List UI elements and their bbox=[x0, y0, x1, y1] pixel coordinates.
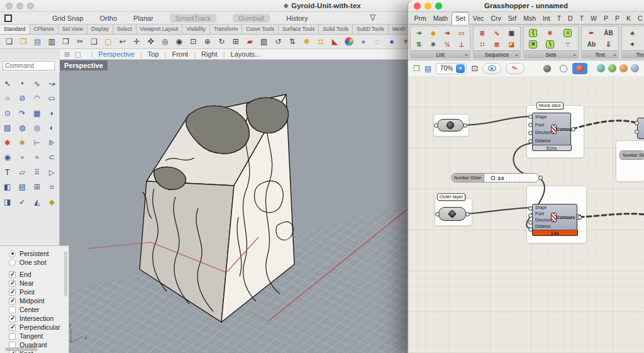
cut-icon[interactable]: ✂ bbox=[74, 36, 87, 48]
ribbon-icon[interactable]: ≣ bbox=[477, 28, 487, 38]
ribbon-icon[interactable]: ∵ bbox=[563, 40, 573, 49]
check-tool-icon[interactable]: ✓ bbox=[17, 196, 28, 207]
orbit-icon[interactable]: ↺ bbox=[272, 36, 286, 48]
point-tool-icon[interactable]: • bbox=[17, 78, 28, 89]
named-view-icon[interactable]: ▨ bbox=[257, 36, 271, 48]
box-tool-icon[interactable]: ▧ bbox=[2, 123, 13, 133]
toolbar-tab[interactable]: Solid Tools bbox=[319, 25, 353, 34]
color-wheel-icon[interactable] bbox=[345, 37, 353, 46]
zoom-control[interactable]: 70% bbox=[436, 63, 467, 74]
print-icon[interactable]: ▥ bbox=[45, 36, 59, 48]
toolbar-tab[interactable]: Select bbox=[113, 25, 136, 34]
gh-category-tab[interactable]: P bbox=[601, 13, 612, 24]
polygon-tool-icon[interactable]: ⊙ bbox=[2, 108, 13, 118]
shaded-sphere-icon[interactable]: ● bbox=[385, 36, 399, 48]
scale-tool-icon[interactable]: ▱ bbox=[17, 167, 28, 177]
render-sphere-icon[interactable]: ● bbox=[357, 36, 370, 48]
ribbon-icon[interactable]: ⊥ bbox=[457, 40, 467, 49]
osnap-checkbox-row[interactable]: Intersection bbox=[0, 314, 69, 323]
input-socket[interactable] bbox=[435, 212, 440, 216]
input-direction[interactable]: Direction bbox=[535, 218, 551, 222]
status-toggle[interactable]: History bbox=[286, 14, 308, 22]
input-socket[interactable] bbox=[528, 139, 533, 143]
gh-category-tab[interactable]: T bbox=[576, 13, 587, 24]
toolbar-tab[interactable]: Viewport Layout bbox=[136, 25, 183, 34]
toolbar-tab[interactable]: Visibility bbox=[182, 25, 210, 34]
osnap-horizontal-scrollbar[interactable] bbox=[5, 347, 38, 351]
gh-category-tab[interactable]: Msh bbox=[520, 13, 540, 24]
blend-tool-icon[interactable]: ∘ bbox=[17, 152, 28, 163]
surface-tool-icon[interactable]: ▦ bbox=[31, 108, 42, 118]
input-socket[interactable] bbox=[528, 227, 533, 232]
input-socket[interactable] bbox=[528, 123, 533, 127]
sketch-tool-button[interactable]: ✎ bbox=[506, 63, 525, 74]
ribbon-icon[interactable]: ✕ bbox=[529, 40, 537, 48]
new-file-icon[interactable]: ❏ bbox=[3, 36, 16, 48]
slider-track[interactable]: 3.0 bbox=[484, 174, 538, 182]
number-slider[interactable]: Number Slider bbox=[619, 150, 644, 160]
ribbon-icon[interactable]: ∿ bbox=[492, 28, 502, 38]
orient-tool-icon[interactable]: ▷ bbox=[47, 167, 57, 177]
circle-tool-icon[interactable]: ○ bbox=[2, 93, 13, 104]
toolbar-tab[interactable]: Surface Tools bbox=[279, 25, 319, 34]
lightbulb-icon[interactable]: ✺ bbox=[300, 36, 314, 48]
slab-tool-icon[interactable]: ▤ bbox=[17, 182, 28, 193]
zoom-icon[interactable]: ◎ bbox=[158, 36, 172, 48]
ribbon-icon[interactable]: ⇩ bbox=[604, 40, 614, 49]
green-sphere-icon[interactable] bbox=[608, 64, 616, 72]
osnap-vertical-scrollbar[interactable] bbox=[64, 251, 67, 296]
gh-category-tab[interactable]: Prm bbox=[411, 13, 430, 24]
ribbon-icon[interactable]: ◪ bbox=[506, 40, 516, 49]
output-socket[interactable] bbox=[571, 127, 575, 132]
input-socket[interactable] bbox=[528, 213, 533, 218]
osnap-checkbox-row[interactable]: Perpendicular bbox=[0, 323, 69, 332]
viewport-tab[interactable]: Perspective bbox=[86, 50, 135, 58]
save-icon[interactable]: ▤ bbox=[425, 64, 431, 73]
fillet-tool-icon[interactable]: ◉ bbox=[2, 152, 13, 163]
zoom-dropdown-icon[interactable] bbox=[456, 64, 465, 73]
contours-component[interactable]: Shape Point Direction Distance Contours … bbox=[532, 204, 577, 230]
ghosted-sphere-icon[interactable]: ◌ bbox=[371, 36, 385, 48]
viewport-tab[interactable]: Right bbox=[188, 50, 218, 58]
visibility-tool-icon[interactable]: ◨ bbox=[2, 196, 13, 207]
status-toggle[interactable]: SmartTrack bbox=[170, 14, 216, 23]
viewport-tab[interactable]: Top bbox=[135, 50, 159, 58]
ribbon-group-label[interactable]: Text bbox=[582, 50, 618, 58]
osnap-mode-radio[interactable]: One shot bbox=[0, 258, 69, 267]
shade-tool-icon[interactable]: ◭ bbox=[31, 196, 42, 207]
ribbon-icon[interactable]: ÄB bbox=[604, 28, 614, 38]
status-toggle[interactable]: Planar bbox=[133, 14, 153, 22]
open-file-icon[interactable]: ❐ bbox=[17, 36, 31, 48]
extrude-tool-icon[interactable]: ◧ bbox=[2, 182, 13, 193]
perspective-viewport[interactable]: Perspective bbox=[60, 60, 408, 353]
teal-sphere-icon[interactable] bbox=[597, 64, 605, 72]
ribbon-icon[interactable]: ∖ bbox=[546, 40, 554, 48]
move-icon[interactable]: ✜ bbox=[144, 36, 158, 48]
ribbon-group-label[interactable]: List bbox=[411, 50, 470, 58]
block-tool-icon[interactable]: ⠶ bbox=[47, 182, 57, 193]
properties-icon[interactable]: ❒ bbox=[59, 36, 73, 48]
status-toggle[interactable]: Gumball bbox=[233, 14, 270, 23]
osnap-checkbox-row[interactable]: Point bbox=[0, 288, 69, 296]
vehicle-icon[interactable]: ▰ bbox=[243, 36, 257, 48]
zoom-extents-icon[interactable]: ⊕ bbox=[201, 36, 214, 48]
osnap-checkbox-row[interactable]: Center bbox=[0, 305, 69, 314]
gh-category-tab[interactable]: K bbox=[623, 13, 635, 24]
paste-icon[interactable]: ▢ bbox=[102, 36, 116, 48]
input-direction[interactable]: Direction bbox=[535, 131, 551, 135]
gh-category-tab[interactable]: T bbox=[553, 13, 564, 24]
toolbar-tab[interactable]: Set View bbox=[58, 25, 87, 34]
ribbon-icon[interactable]: ✒ bbox=[587, 28, 597, 38]
gh-category-tab[interactable]: Srf bbox=[504, 13, 519, 24]
ribbon-group-label[interactable]: Tree bbox=[622, 50, 644, 58]
ribbon-icon[interactable]: ½ bbox=[442, 40, 452, 49]
ribbon-group-label[interactable]: Sequence bbox=[474, 50, 520, 58]
ribbon-icon[interactable]: ▭ bbox=[457, 28, 467, 38]
ribbon-icon[interactable]: ≣ bbox=[492, 40, 502, 49]
osnap-checkbox-row[interactable]: Tangent bbox=[0, 332, 69, 340]
offset-tool-icon[interactable]: ⊂ bbox=[47, 152, 57, 163]
ribbon-icon[interactable]: ➜ bbox=[414, 28, 424, 38]
input-shape[interactable]: Shape bbox=[535, 206, 551, 210]
undo-icon[interactable]: ↩ bbox=[116, 36, 130, 48]
contours-component[interactable]: Shape Point Direction Distance Contours … bbox=[532, 113, 571, 145]
